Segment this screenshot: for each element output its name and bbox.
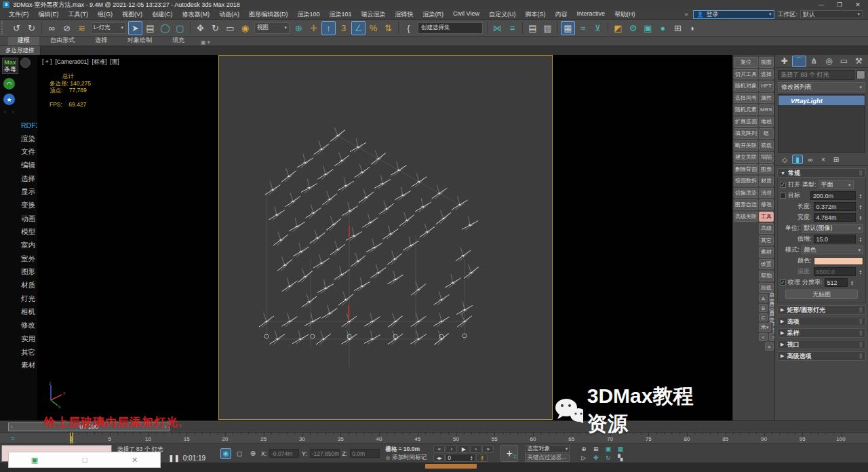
light-gizmo[interactable] <box>311 138 331 156</box>
rendered-frame-window-icon[interactable]: ▣ <box>641 21 655 35</box>
script-button-其它[interactable]: 其它 <box>759 235 774 246</box>
green-plugin-icon[interactable]: ◠ <box>3 78 15 90</box>
light-gizmo[interactable] <box>449 194 469 211</box>
key-filters-button[interactable]: 关键点过滤器... <box>525 454 570 462</box>
schematic-view-icon[interactable]: ⊻ <box>591 21 605 35</box>
script-button-堆栈[interactable]: 堆栈 <box>759 117 774 127</box>
light-gizmo[interactable] <box>279 275 299 293</box>
screen-recorder-widget[interactable]: ▣ □ ✕ <box>8 452 161 468</box>
reference-coordinate-dropdown[interactable]: 视图▾ <box>254 22 290 34</box>
light-gizmo[interactable] <box>277 165 298 183</box>
edit-named-selection-sets-icon[interactable]: { <box>401 21 416 35</box>
script-button-随机对象[interactable]: 随机对象 <box>734 81 758 92</box>
light-gizmo[interactable] <box>262 179 282 196</box>
previous-frame-icon[interactable]: ‹ <box>446 445 457 453</box>
recorder-close-icon[interactable]: ✕ <box>132 456 138 465</box>
display-tab[interactable]: ▭ <box>837 56 851 67</box>
menu-item[interactable]: 脚本(S) <box>520 10 550 19</box>
menu-item[interactable]: 渲得快 <box>391 10 418 19</box>
light-gizmo[interactable] <box>344 226 363 242</box>
script-button-装载[interactable]: 装载 <box>759 140 774 151</box>
next-frame-icon[interactable]: › <box>470 445 481 453</box>
sidebar-collapse-arrows[interactable]: ‹ › <box>4 109 37 115</box>
make-unique-icon[interactable]: ∞ <box>805 155 816 164</box>
light-gizmo[interactable] <box>307 227 327 245</box>
modify-tab[interactable]: ⌒ <box>792 56 806 67</box>
script-button-帮助[interactable]: 帮助 <box>759 271 774 281</box>
light-gizmo[interactable] <box>408 311 428 328</box>
light-node[interactable] <box>393 334 397 338</box>
zoom-icon[interactable]: ⊕ <box>578 445 589 453</box>
named-selection-set-field[interactable]: 创建选择集 <box>418 22 483 34</box>
menu-item[interactable]: 渲染(R) <box>418 10 449 19</box>
light-type-dropdown[interactable]: 平面 ▾ <box>818 180 854 189</box>
script-button-设置[interactable]: 设置 <box>759 259 774 270</box>
menu-item[interactable]: 渲染100 <box>293 10 325 19</box>
close-button[interactable]: ✕ <box>850 1 865 8</box>
spinner-control[interactable]: ▲▼ <box>858 237 863 242</box>
plugin-round-icon[interactable] <box>20 58 31 68</box>
light-gizmo[interactable] <box>452 245 473 262</box>
sidebar-item-其它[interactable]: 其它 <box>0 346 37 359</box>
select-region-circle-icon[interactable]: ◯ <box>158 21 172 35</box>
light-gizmo[interactable] <box>311 252 331 269</box>
light-gizmo[interactable] <box>384 269 405 285</box>
light-gizmo[interactable] <box>318 188 339 206</box>
script-button-素材[interactable]: 素材 <box>759 247 774 258</box>
light-gizmo[interactable] <box>312 328 333 345</box>
sidebar-item-实用[interactable]: 实用 <box>0 332 37 346</box>
light-gizmo[interactable] <box>460 261 481 279</box>
light-gizmo[interactable] <box>273 254 294 272</box>
undo-icon[interactable]: ↺ <box>9 21 24 35</box>
menu-item[interactable]: Interactive <box>572 10 610 19</box>
set-key-set-dropdown[interactable]: 选定对象 ▾ <box>525 445 570 453</box>
light-gizmo[interactable] <box>432 207 453 225</box>
rollout-header-采样[interactable]: ▶采样⣿ <box>777 328 866 338</box>
scrollbar-thumb[interactable] <box>425 464 477 469</box>
pin-stack-icon[interactable]: ◇ <box>779 155 790 164</box>
rollout-header-视口[interactable]: ▶视口⣿ <box>777 340 866 349</box>
light-gizmo[interactable] <box>395 209 416 227</box>
menu-item[interactable]: 瑞云渲染 <box>357 10 391 19</box>
light-gizmo[interactable] <box>408 328 428 345</box>
sidebar-item-素材[interactable]: 素材 <box>0 359 37 372</box>
select-and-scale-icon[interactable]: ▭ <box>223 21 237 35</box>
show-end-result-icon[interactable]: ▮ <box>792 155 803 164</box>
light-gizmo[interactable] <box>430 328 451 346</box>
script-button-清理[interactable]: 清理 <box>759 188 774 199</box>
unit-dropdown[interactable]: 米▾ <box>759 323 771 332</box>
light-gizmo[interactable] <box>319 302 339 319</box>
light-gizmo[interactable] <box>266 204 286 221</box>
workspace-dropdown[interactable]: 默认 ▾ <box>800 10 863 18</box>
light-gizmo[interactable] <box>269 229 290 246</box>
light-gizmo[interactable] <box>326 124 347 142</box>
camera-viewport[interactable] <box>218 55 553 420</box>
light-gizmo[interactable] <box>393 185 412 201</box>
render-setup-icon[interactable]: ⚙ <box>626 21 640 35</box>
script-button-高级[interactable]: 高级 <box>759 223 774 234</box>
ribbon-tab-填充[interactable]: 填充 <box>163 35 194 45</box>
light-gizmo[interactable] <box>407 278 428 296</box>
menu-item[interactable]: 工具(T) <box>64 10 94 19</box>
go-to-start-icon[interactable]: « <box>433 445 445 453</box>
menu-item[interactable]: 视图(V) <box>117 10 147 19</box>
menu-item[interactable]: 渲染101 <box>325 10 357 19</box>
menu-item[interactable]: 文件(F) <box>4 10 34 19</box>
snap-reference-icon[interactable]: ◉ <box>238 21 252 35</box>
sidebar-item-选择[interactable]: 选择 <box>0 172 37 186</box>
light-gizmo[interactable] <box>367 147 388 165</box>
light-gizmo[interactable] <box>290 241 311 257</box>
script-button-HFT[interactable]: HFT <box>759 81 774 92</box>
light-gizmo[interactable] <box>372 174 392 190</box>
light-gizmo[interactable] <box>302 202 323 219</box>
sidebar-item-动画[interactable]: 动画 <box>0 212 37 226</box>
script-mini-button-A[interactable]: A <box>759 294 768 302</box>
mode-dropdown[interactable]: 颜色 ▾ <box>802 245 863 254</box>
menu-overflow-chevron[interactable]: » <box>682 11 690 18</box>
light-gizmo[interactable] <box>315 278 335 294</box>
spinner-control[interactable]: ▲▼ <box>858 204 863 210</box>
zoom-all-icon[interactable]: ⊞ <box>590 445 601 453</box>
script-mini-button-C[interactable]: C <box>759 313 768 321</box>
light-gizmo[interactable] <box>327 239 348 256</box>
light-gizmo[interactable] <box>362 329 382 345</box>
